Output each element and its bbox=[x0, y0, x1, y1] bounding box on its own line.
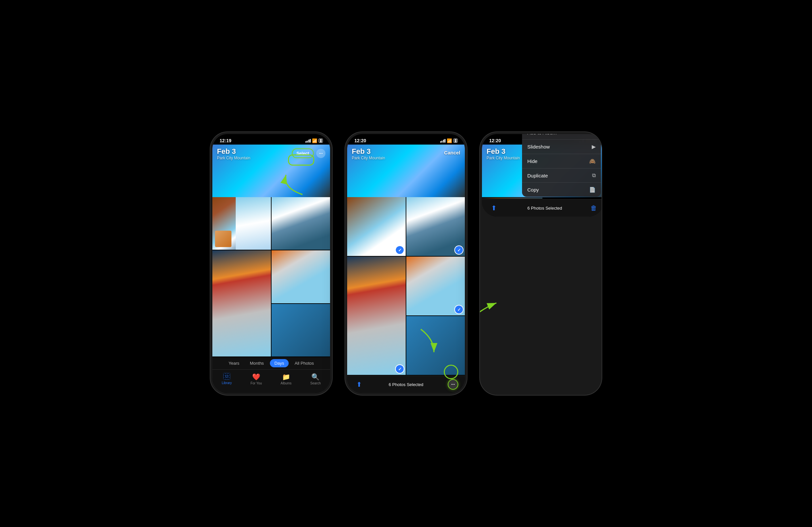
signal-icon-2 bbox=[440, 139, 446, 142]
check-3: ✓ bbox=[396, 365, 404, 373]
tab-label-foryou: For You bbox=[250, 381, 262, 385]
menu-label-hide: Hide bbox=[527, 159, 537, 164]
tab-library[interactable]: 🖼 Library bbox=[218, 372, 235, 386]
photo-grid-3: ✓ ✓ ✓ bbox=[482, 197, 601, 199]
hero-photo-1: Feb 3 Park City Mountain Select ··· bbox=[212, 145, 330, 197]
photo-grid-1 bbox=[212, 197, 330, 357]
header-location-2: Park City Mountain bbox=[352, 156, 385, 160]
menu-label-duplicate: Duplicate bbox=[527, 173, 548, 178]
pill-years[interactable]: Years bbox=[224, 359, 244, 367]
context-menu: Adjust Location ⓘ Adjust Date & Time 📅 R… bbox=[522, 134, 601, 197]
battery-icon: ▓ bbox=[319, 139, 323, 142]
signal-icon bbox=[305, 139, 311, 142]
bottom-toolbar-2: ⬆ 6 Photos Selected ··· bbox=[347, 376, 465, 393]
pill-months[interactable]: Months bbox=[245, 359, 269, 367]
notch bbox=[251, 134, 291, 144]
check-1: ✓ bbox=[396, 246, 404, 254]
photo-cell-selfie[interactable] bbox=[212, 250, 271, 357]
photo-cell-blue[interactable] bbox=[272, 304, 330, 357]
phone-1: 12:19 📶 ▓ Feb 3 bbox=[211, 132, 332, 395]
photo-cell-3-selfie[interactable] bbox=[482, 198, 542, 198]
header-location-3: Park City Mountain bbox=[487, 156, 520, 160]
tab-albums[interactable]: 📁 Albums bbox=[277, 372, 294, 386]
status-icons-1: 📶 ▓ bbox=[305, 138, 323, 143]
photo-cell-2-two-skiers[interactable]: ✓ bbox=[406, 257, 465, 315]
menu-label-add-album: Add to Album bbox=[527, 134, 556, 135]
wifi-icon-2: 📶 bbox=[447, 138, 452, 143]
wifi-icon: 📶 bbox=[312, 138, 317, 143]
check-2: ✓ bbox=[455, 246, 463, 254]
header-bar-1: Feb 3 Park City Mountain Select ··· bbox=[212, 145, 330, 163]
share-icon-2[interactable]: ⬆ bbox=[354, 379, 364, 390]
status-time-3: 12:20 bbox=[489, 138, 501, 143]
selected-count-3: 6 Photos Selected bbox=[527, 206, 562, 211]
day-filter-1: Years Months Days All Photos bbox=[212, 357, 330, 369]
photo-cell-two-skiers[interactable] bbox=[272, 250, 330, 303]
menu-icon-duplicate: ⧉ bbox=[592, 172, 596, 178]
foryou-icon: ❤️ bbox=[252, 373, 260, 381]
menu-label-copy: Copy bbox=[527, 187, 539, 193]
albums-icon: 📁 bbox=[282, 373, 290, 381]
menu-icon-hide: 🙈 bbox=[589, 158, 596, 164]
header-date-2: Feb 3 bbox=[352, 147, 385, 156]
menu-slideshow[interactable]: Slideshow ▶ bbox=[522, 140, 601, 154]
tab-label-search: Search bbox=[310, 381, 321, 385]
tab-bar-1: 🖼 Library ❤️ For You 📁 Albums 🔍 Search bbox=[212, 369, 330, 393]
more-button-2[interactable]: ··· bbox=[448, 379, 458, 390]
scene: 12:19 📶 ▓ Feb 3 bbox=[211, 132, 601, 395]
library-icon: 🖼 bbox=[223, 373, 230, 380]
battery-icon-2: ▓ bbox=[453, 139, 458, 142]
photo-cell-2-mountain[interactable]: ✓ bbox=[406, 197, 465, 256]
menu-add-album[interactable]: Add to Album 🗂 bbox=[522, 134, 601, 140]
status-icons-2: 📶 ▓ bbox=[440, 138, 458, 143]
menu-icon-add-album: 🗂 bbox=[591, 134, 596, 135]
notch-2 bbox=[386, 134, 426, 144]
header-date-3: Feb 3 bbox=[487, 147, 520, 156]
menu-copy[interactable]: Copy 📄 bbox=[522, 183, 601, 197]
menu-icon-slideshow: ▶ bbox=[592, 144, 596, 150]
tab-label-library: Library bbox=[221, 381, 232, 385]
phone-3: 12:20 📶 ▓ Feb 3 bbox=[480, 132, 601, 395]
photo-grid-2: ✓ ✓ ✓ ✓ ✓ bbox=[347, 197, 465, 376]
pill-all[interactable]: All Photos bbox=[290, 359, 319, 367]
menu-label-slideshow: Slideshow bbox=[527, 144, 550, 150]
selected-count-2: 6 Photos Selected bbox=[389, 382, 423, 387]
select-button-1[interactable]: Select bbox=[292, 149, 314, 158]
header-date-1: Feb 3 bbox=[217, 147, 250, 156]
check-4: ✓ bbox=[455, 305, 463, 314]
tab-label-albums: Albums bbox=[280, 381, 291, 385]
status-time-2: 12:20 bbox=[354, 138, 366, 143]
share-icon-3[interactable]: ⬆ bbox=[489, 203, 499, 213]
bottom-toolbar-3: ⬆ 6 Photos Selected 🗑 bbox=[482, 199, 601, 216]
photo-cell-2-blue[interactable] bbox=[406, 316, 465, 375]
pill-days[interactable]: Days bbox=[270, 359, 289, 367]
trash-icon-3[interactable]: 🗑 bbox=[591, 205, 597, 212]
menu-icon-copy: 📄 bbox=[589, 186, 596, 193]
phone-2: 12:20 📶 ▓ Feb 3 bbox=[345, 132, 467, 395]
photo-cell-2-cabin[interactable]: ✓ bbox=[347, 197, 406, 256]
search-icon: 🔍 bbox=[311, 373, 320, 381]
menu-duplicate[interactable]: Duplicate ⧉ bbox=[522, 168, 601, 183]
photo-cell-cabin[interactable] bbox=[212, 197, 271, 250]
menu-hide[interactable]: Hide 🙈 bbox=[522, 154, 601, 168]
hero-photo-2: Feb 3 Park City Mountain Cancel bbox=[347, 145, 465, 197]
status-time-1: 12:19 bbox=[220, 138, 231, 143]
arrow-3 bbox=[480, 290, 506, 329]
photo-cell-mountain[interactable] bbox=[272, 197, 330, 250]
header-location-1: Park City Mountain bbox=[217, 156, 250, 160]
tab-foryou[interactable]: ❤️ For You bbox=[247, 372, 265, 386]
photo-cell-2-selfie[interactable]: ✓ bbox=[347, 257, 406, 375]
header-bar-2: Feb 3 Park City Mountain Cancel bbox=[347, 145, 465, 163]
cancel-button-2[interactable]: Cancel bbox=[444, 149, 460, 157]
more-button-1[interactable]: ··· bbox=[316, 149, 325, 158]
tab-search[interactable]: 🔍 Search bbox=[307, 372, 324, 386]
